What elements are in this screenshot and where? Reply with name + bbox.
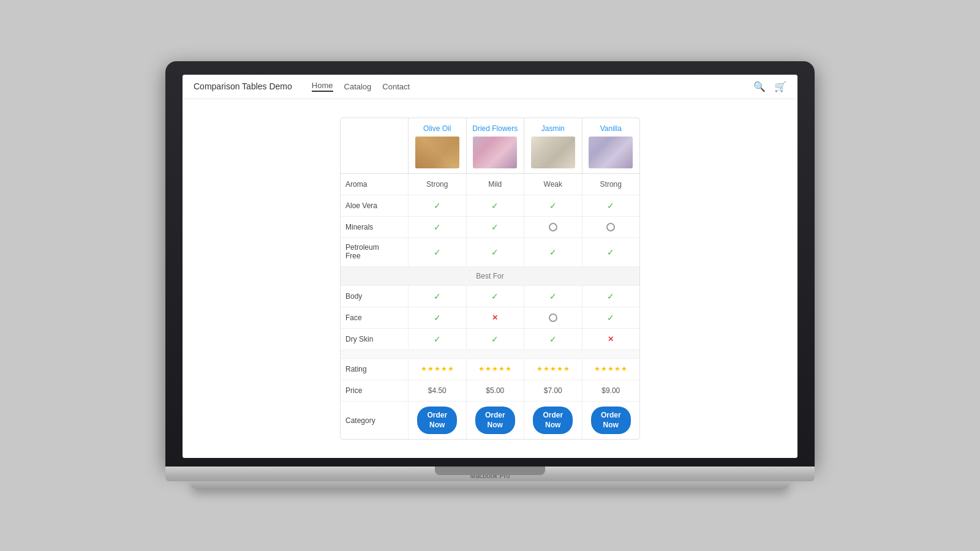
cell-aloe-olive: ✓	[408, 195, 466, 216]
nav-icons: 🔍 🛒	[753, 81, 786, 92]
star-icon: ★	[485, 365, 491, 373]
order-button-olive[interactable]: OrderNow	[417, 407, 457, 434]
label-rating: Rating	[341, 359, 408, 380]
check-icon: ✓	[491, 222, 499, 232]
cell-dry-vanilla: ✕	[582, 329, 640, 350]
row-dry-skin: Dry Skin ✓ ✓ ✓ ✕	[341, 329, 639, 350]
cell-minerals-flowers: ✓	[466, 217, 524, 238]
check-icon: ✓	[607, 247, 614, 257]
star-icon: ★	[594, 365, 600, 373]
product-col-vanilla: Vanilla	[582, 118, 640, 173]
cell-order-olive[interactable]: OrderNow	[408, 402, 466, 439]
check-icon: ✓	[434, 334, 441, 344]
cell-order-flowers[interactable]: OrderNow	[466, 402, 524, 439]
nav-link-catalog[interactable]: Catalog	[344, 82, 372, 91]
cell-rating-jasmin: ★ ★ ★ ★ ★	[524, 359, 582, 380]
nav-link-home[interactable]: Home	[312, 81, 333, 92]
row-price: Price $4.50 $5.00 $7.00 $9.00	[341, 380, 639, 402]
laptop-bottom-bar	[190, 481, 790, 490]
cell-aloe-jasmin: ✓	[524, 195, 582, 216]
search-icon[interactable]: 🔍	[753, 81, 766, 92]
cell-petro-vanilla: ✓	[582, 238, 640, 266]
empty-circle-icon	[549, 313, 557, 322]
row-petroleum-free: PetroleumFree ✓ ✓ ✓ ✓	[341, 238, 639, 267]
product-img-olive	[415, 137, 459, 168]
cross-icon: ✕	[608, 335, 614, 343]
check-icon: ✓	[434, 222, 441, 232]
order-button-flowers[interactable]: OrderNow	[475, 407, 515, 434]
product-name-jasmin: Jasmin	[528, 124, 578, 133]
check-icon: ✓	[549, 334, 557, 344]
product-img-flowers	[473, 137, 517, 168]
nav-left: Comparison Tables Demo Home Catalog Cont…	[194, 81, 410, 92]
cell-aloe-flowers: ✓	[466, 195, 524, 216]
check-icon: ✓	[434, 247, 441, 257]
laptop-base: Macbook Pro	[165, 467, 815, 481]
star-icon: ★	[557, 365, 563, 373]
star-icon: ★	[492, 365, 498, 373]
star-icon: ★	[621, 365, 627, 373]
star-icon: ★	[448, 365, 454, 373]
section-best-for: Best For	[341, 267, 639, 286]
cell-petro-flowers: ✓	[466, 238, 524, 266]
stars-vanilla: ★ ★ ★ ★ ★	[594, 365, 627, 373]
order-button-jasmin[interactable]: OrderNow	[533, 407, 573, 434]
cell-face-jasmin	[524, 307, 582, 328]
star-icon: ★	[434, 365, 440, 373]
cross-icon: ✕	[492, 313, 498, 322]
cell-order-vanilla[interactable]: OrderNow	[582, 402, 640, 439]
stars-flowers: ★ ★ ★ ★ ★	[478, 365, 511, 373]
row-aroma: Aroma Strong Mild Weak Strong	[341, 174, 639, 195]
check-icon: ✓	[549, 247, 557, 257]
cell-price-flowers: $5.00	[466, 380, 524, 401]
check-icon: ✓	[434, 291, 441, 301]
check-icon: ✓	[491, 334, 499, 344]
cell-aroma-jasmin: Weak	[524, 174, 582, 195]
cell-price-vanilla: $9.00	[582, 380, 640, 401]
cell-body-flowers: ✓	[466, 286, 524, 307]
cell-order-jasmin[interactable]: OrderNow	[524, 402, 582, 439]
check-icon: ✓	[434, 313, 441, 323]
comparison-table-wrap: Olive Oil Dried Flowers Jasmin	[340, 118, 640, 440]
check-icon: ✓	[607, 313, 614, 323]
screen-bezel: Comparison Tables Demo Home Catalog Cont…	[165, 61, 815, 467]
label-dry-skin: Dry Skin	[341, 329, 408, 350]
cell-body-vanilla: ✓	[582, 286, 640, 307]
cell-rating-flowers: ★ ★ ★ ★ ★	[466, 359, 524, 380]
laptop-container: Comparison Tables Demo Home Catalog Cont…	[165, 61, 815, 490]
cell-aloe-vanilla: ✓	[582, 195, 640, 216]
section-label-best-for: Best For	[341, 267, 639, 285]
cell-petro-olive: ✓	[408, 238, 466, 266]
product-header-row: Olive Oil Dried Flowers Jasmin	[341, 118, 639, 174]
row-category: Category OrderNow OrderNow OrderNow	[341, 402, 639, 439]
row-rating: Rating ★ ★ ★ ★ ★	[341, 359, 639, 380]
product-name-olive: Olive Oil	[412, 124, 462, 133]
star-icon: ★	[608, 365, 614, 373]
empty-circle-icon	[549, 223, 557, 231]
main-content: Olive Oil Dried Flowers Jasmin	[183, 99, 797, 458]
stars-jasmin: ★ ★ ★ ★ ★	[537, 365, 570, 373]
empty-circle-icon	[606, 223, 615, 231]
nav-links: Home Catalog Contact	[312, 81, 410, 92]
star-icon: ★	[428, 365, 434, 373]
nav-link-contact[interactable]: Contact	[382, 82, 410, 91]
row-body: Body ✓ ✓ ✓ ✓	[341, 286, 639, 307]
product-img-vanilla	[589, 137, 633, 168]
product-img-jasmin	[531, 137, 575, 168]
star-icon: ★	[550, 365, 556, 373]
cell-rating-vanilla: ★ ★ ★ ★ ★	[582, 359, 640, 380]
browser-window: Comparison Tables Demo Home Catalog Cont…	[183, 75, 797, 458]
check-icon: ✓	[491, 291, 499, 301]
star-icon: ★	[441, 365, 447, 373]
check-icon: ✓	[607, 291, 614, 301]
label-face: Face	[341, 307, 408, 328]
cell-minerals-jasmin	[524, 217, 582, 238]
label-minerals: Minerals	[341, 217, 408, 238]
cart-icon[interactable]: 🛒	[774, 81, 786, 92]
order-button-vanilla[interactable]: OrderNow	[591, 407, 631, 434]
cell-minerals-olive: ✓	[408, 217, 466, 238]
label-petroleum-free: PetroleumFree	[341, 238, 408, 266]
star-icon: ★	[537, 365, 543, 373]
cell-petro-jasmin: ✓	[524, 238, 582, 266]
star-icon: ★	[421, 365, 427, 373]
